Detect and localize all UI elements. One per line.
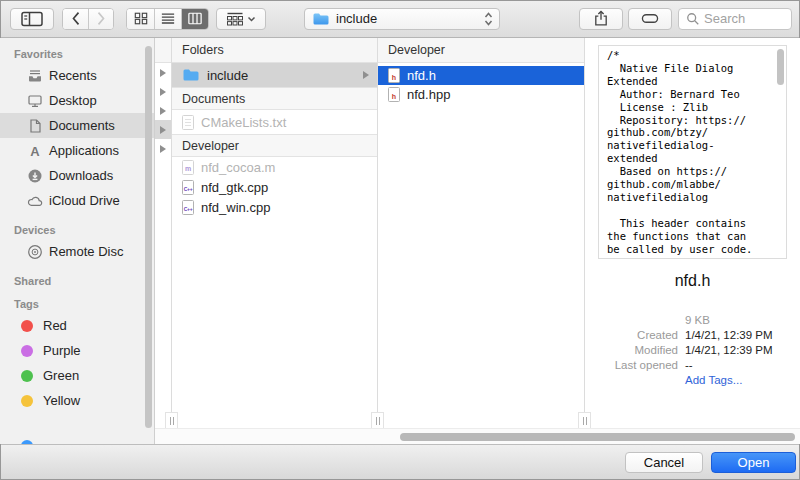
file-row-nfd-win[interactable]: C++ nfd_win.cpp: [172, 197, 377, 217]
column-view-button[interactable]: [181, 9, 208, 29]
list-view-button[interactable]: [154, 9, 181, 29]
grid-view-icon: [134, 12, 148, 25]
file-info: 9 KB Created 1/4/21, 12:39 PM Modified 1…: [585, 314, 800, 386]
icloud-icon: [27, 193, 43, 209]
sidebar-section-favorites: Favorites: [14, 48, 154, 60]
sidebar-item-tag-yellow[interactable]: Yellow: [0, 388, 154, 413]
chevron-right-icon: [96, 11, 106, 26]
sidebar-item-applications[interactable]: A Applications: [0, 138, 154, 163]
document-icon: [27, 118, 43, 134]
sidebar-item-icloud-drive[interactable]: iCloud Drive: [0, 188, 154, 213]
folder-icon: [182, 68, 200, 82]
location-popup[interactable]: include: [304, 8, 500, 30]
sidebar: Favorites Recents Desktop: [0, 38, 155, 444]
file-name: include: [207, 68, 248, 83]
tag-color-dot: [21, 320, 33, 332]
recents-icon: [27, 68, 43, 84]
sidebar-item-recents[interactable]: Recents: [0, 63, 154, 88]
collapsed-row[interactable]: [155, 139, 171, 158]
group-header-documents: Documents: [172, 87, 377, 110]
column-header-folders: Folders: [172, 38, 377, 63]
share-button[interactable]: [579, 8, 623, 30]
toolbar: include: [0, 0, 800, 38]
tag-icon: [640, 10, 660, 27]
column-resize-handle[interactable]: [578, 412, 591, 428]
forward-button[interactable]: [88, 9, 113, 29]
sidebar-section-tags: Tags: [14, 298, 154, 310]
open-button[interactable]: Open: [711, 452, 796, 473]
file-row-include[interactable]: include: [172, 63, 377, 87]
file-row-nfd-gtk[interactable]: C++ nfd_gtk.cpp: [172, 177, 377, 197]
preview-scrollbar-thumb[interactable]: [777, 49, 784, 85]
file-name: nfd_win.cpp: [201, 200, 270, 215]
collapsed-column-header: [155, 38, 171, 63]
collapsed-row[interactable]: [155, 82, 171, 101]
icon-view-button[interactable]: [127, 9, 154, 29]
info-label-modified: Modified: [585, 344, 678, 356]
finder-open-dialog: include: [0, 0, 800, 480]
sidebar-item-tag-green[interactable]: Green: [0, 363, 154, 388]
disclosure-arrow-icon: [160, 88, 166, 96]
disclosure-arrow-icon: [160, 107, 166, 115]
column-resize-handle[interactable]: [165, 412, 178, 428]
file-content-preview: /* Native File Dialog Extended Author: B…: [598, 45, 787, 259]
file-row-nfd-h[interactable]: h nfd.h: [378, 66, 584, 85]
preview-pane: /* Native File Dialog Extended Author: B…: [585, 38, 800, 444]
sidebar-scrollbar-thumb[interactable]: [145, 46, 152, 428]
file-name: nfd.hpp: [407, 87, 450, 102]
popup-chevrons-icon: [484, 12, 493, 26]
sidebar-item-label: Recents: [49, 68, 97, 83]
sidebar-item-downloads[interactable]: Downloads: [0, 163, 154, 188]
sidebar-item-label: Remote Disc: [49, 244, 123, 259]
file-row-nfd-cocoa[interactable]: m nfd_cocoa.m: [172, 157, 377, 177]
downloads-icon: [27, 168, 43, 184]
folders-column: Folders include Documents CMakeLists.txt…: [172, 38, 378, 444]
horizontal-scrollbar-thumb[interactable]: [400, 433, 795, 441]
header-file-icon: h: [388, 87, 400, 102]
disc-icon: [27, 244, 43, 260]
sidebar-item-remote-disc[interactable]: Remote Disc: [0, 239, 154, 264]
sidebar-item-desktop[interactable]: Desktop: [0, 88, 154, 113]
arrange-icon: [226, 12, 244, 26]
share-icon: [592, 10, 610, 27]
disclosure-arrow-icon: [160, 69, 166, 77]
collapsed-row[interactable]: [155, 63, 171, 82]
tags-button[interactable]: [628, 8, 672, 30]
disclosure-arrow-icon: [160, 145, 166, 153]
file-row-cmakelists[interactable]: CMakeLists.txt: [172, 110, 377, 134]
sidebar-item-documents[interactable]: Documents: [0, 113, 154, 138]
info-value-modified: 1/4/21, 12:39 PM: [685, 344, 800, 356]
sidebar-item-tag-red[interactable]: Red: [0, 313, 154, 338]
sidebar-section-devices: Devices: [14, 224, 154, 236]
cpp-file-icon: C++: [182, 180, 194, 195]
collapsed-row[interactable]: [155, 101, 171, 120]
collapsed-row-selected[interactable]: [155, 120, 171, 139]
column-resize-handle[interactable]: [371, 412, 384, 428]
search-input[interactable]: [704, 11, 782, 26]
disclosure-arrow-icon: [363, 71, 369, 79]
search-field[interactable]: [678, 8, 792, 30]
add-tags-link[interactable]: Add Tags...: [685, 374, 800, 386]
files-column: Developer h nfd.h h nfd.hpp: [378, 38, 585, 444]
dialog-body: Favorites Recents Desktop: [0, 38, 800, 444]
arrange-button[interactable]: [216, 8, 266, 30]
sidebar-item-label: Downloads: [49, 168, 113, 183]
back-button[interactable]: [63, 9, 88, 29]
tag-color-dot: [21, 395, 33, 407]
sidebar-item-label: Documents: [49, 118, 115, 133]
sidebar-item-label: Red: [43, 318, 67, 333]
tag-color-dot-partial: [21, 440, 33, 444]
cpp-file-icon: C++: [182, 200, 194, 215]
disclosure-arrow-icon: [160, 126, 166, 134]
cancel-button[interactable]: Cancel: [625, 452, 703, 473]
collapsed-column: [155, 38, 172, 444]
applications-icon: A: [27, 143, 43, 159]
sidebar-section-shared: Shared: [14, 275, 154, 287]
header-file-icon: h: [388, 68, 400, 83]
sidebar-toggle-button[interactable]: [10, 8, 54, 30]
file-row-nfd-hpp[interactable]: h nfd.hpp: [378, 85, 584, 104]
sidebar-item-tag-purple[interactable]: Purple: [0, 338, 154, 363]
column-header-developer: Developer: [378, 38, 584, 63]
sidebar-toggle-icon: [21, 11, 43, 27]
horizontal-scrollbar[interactable]: [155, 428, 800, 444]
